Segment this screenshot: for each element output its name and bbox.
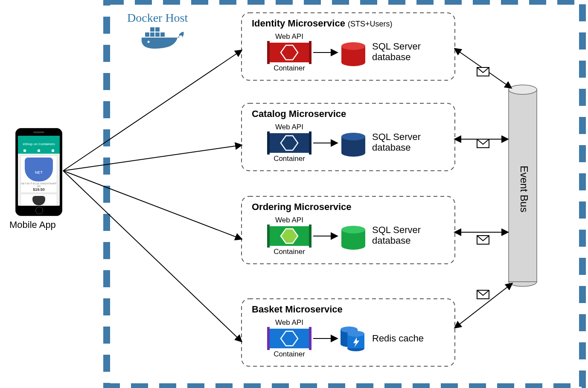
arrow-identity-bus [455,49,511,88]
svg-marker-41 [353,337,359,347]
svg-rect-22 [269,329,310,348]
svg-rect-0 [145,32,149,37]
svg-rect-15 [267,131,270,155]
docker-host-box [107,1,582,387]
container-label-identity: Container [271,64,307,73]
svg-rect-16 [309,131,311,155]
svg-rect-5 [160,32,165,37]
svg-rect-20 [309,225,311,248]
svg-point-37 [341,327,358,333]
arrow-client-catalog [63,145,242,171]
product-price: $19.50 [21,187,57,193]
svg-rect-33 [341,230,365,246]
container-label-ordering: Container [271,248,307,256]
svg-point-26 [341,58,365,66]
docker-whale-icon [142,27,184,49]
docker-host-label: Docker Host [127,11,188,25]
container-label-basket: Container [271,350,307,359]
svg-point-29 [341,149,365,157]
svg-point-32 [341,242,365,250]
mobile-app-label: Mobile App [9,219,56,230]
envelope-icon [477,290,489,299]
svg-rect-44 [477,236,489,244]
svg-point-28 [341,42,365,50]
svg-point-35 [341,341,358,347]
app-header-text: eShop on Containers [23,142,55,146]
container-ordering [267,225,311,248]
svg-marker-17 [281,136,298,150]
api-label-catalog: Web API [274,123,305,131]
store-text-ordering: SQL Server database [372,225,421,246]
product-caption: NET BOT BLUE SWEATSHIRT (M) [21,182,57,187]
svg-rect-18 [269,226,310,246]
ms-title-identity: Identity Microservice (STS+Users) [252,18,393,29]
mobile-app-mockup: eShop on Containers NET BOT BLUE SWEATSH… [15,128,62,216]
svg-point-7 [509,277,537,286]
shapes-layer [0,0,588,388]
ms-title-basket: Basket Microservice [252,304,343,315]
svg-rect-27 [341,46,365,62]
svg-rect-3 [150,27,154,32]
event-bus-label: Event Bus [518,166,530,208]
svg-rect-4 [155,27,160,32]
svg-rect-1 [150,32,154,37]
svg-rect-19 [267,225,270,248]
svg-rect-10 [269,43,310,62]
svg-marker-25 [281,331,298,346]
svg-rect-12 [309,41,311,64]
svg-rect-42 [477,67,489,76]
diagram-canvas: eShop on Containers NET BOT BLUE SWEATSH… [0,0,588,388]
svg-rect-14 [269,133,310,153]
db-ordering [341,226,365,250]
envelope-icon [477,236,489,244]
svg-point-34 [341,226,365,233]
svg-marker-13 [281,45,298,60]
envelope-icon [477,139,489,148]
svg-rect-2 [155,32,160,37]
svg-marker-21 [281,229,298,243]
db-identity [341,42,365,66]
container-label-catalog: Container [271,155,307,163]
store-text-basket: Redis cache [372,333,424,344]
container-catalog [267,131,311,155]
db-catalog [341,133,365,157]
ms-title-ordering: Ordering Microservice [252,201,352,213]
arrow-client-basket [63,171,242,341]
db-basket [341,327,364,351]
api-label-identity: Web API [274,32,305,41]
container-basket [267,327,311,350]
svg-point-38 [347,345,364,351]
svg-rect-45 [477,290,489,299]
arrow-client-ordering [63,171,242,239]
svg-point-9 [509,85,537,94]
store-text-identity: SQL Server database [372,41,421,63]
arrow-client-identity [63,50,242,171]
api-label-basket: Web API [274,318,305,327]
ms-title-catalog: Catalog Microservice [252,108,346,120]
svg-point-31 [341,133,365,140]
svg-rect-24 [309,327,311,350]
api-label-ordering: Web API [274,216,305,225]
svg-rect-39 [347,334,364,348]
svg-rect-23 [267,327,270,350]
arrow-basket-bus [455,283,512,328]
svg-rect-43 [477,139,489,148]
store-text-catalog: SQL Server database [372,131,421,153]
envelope-icon [477,67,489,76]
svg-point-40 [347,331,364,337]
svg-rect-11 [267,41,270,64]
container-identity [267,41,311,64]
svg-rect-36 [341,330,358,344]
svg-point-6 [148,41,150,43]
svg-rect-30 [341,137,365,153]
